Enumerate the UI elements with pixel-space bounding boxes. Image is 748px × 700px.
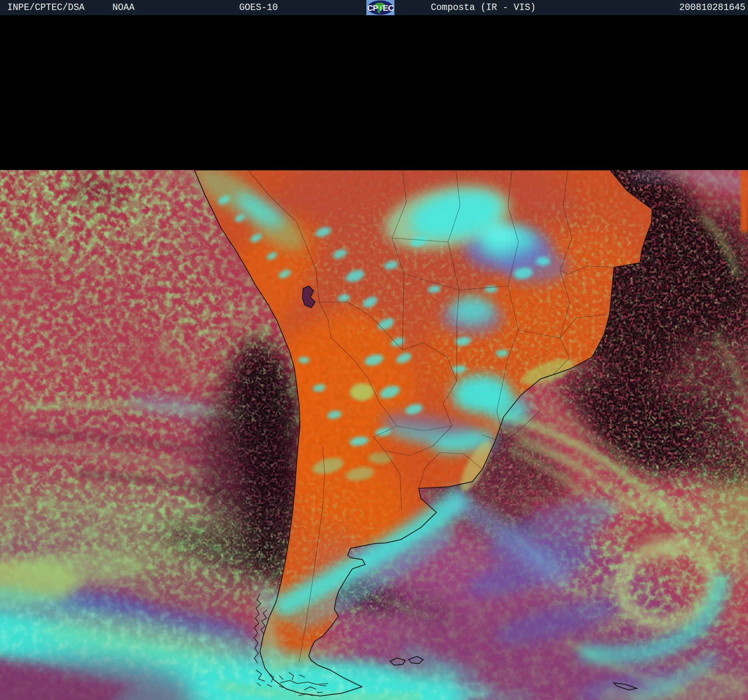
svg-text:T: T [377, 3, 382, 12]
